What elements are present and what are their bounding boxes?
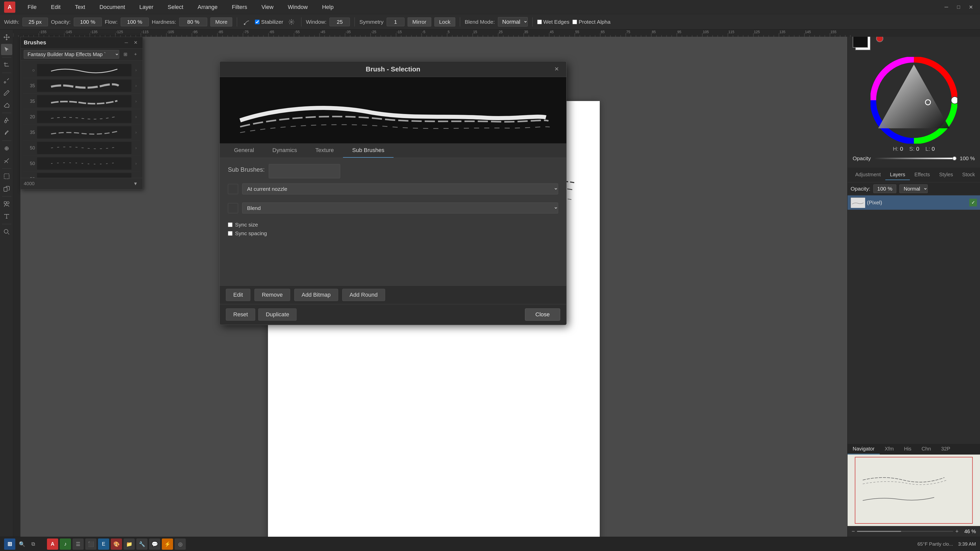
menu-document[interactable]: Document (92, 2, 132, 13)
list-item[interactable]: ○ › (23, 62, 141, 78)
edit-button[interactable]: Edit (226, 289, 250, 301)
tab-stock[interactable]: Stock (958, 170, 980, 180)
opacity-input[interactable] (74, 17, 102, 26)
eraser-tool[interactable] (1, 100, 12, 111)
color-wheel[interactable] (870, 57, 957, 144)
fill-tool[interactable] (1, 115, 12, 126)
list-item[interactable]: 20 › (23, 109, 141, 125)
symmetry-input[interactable] (387, 17, 404, 26)
menu-file[interactable]: File (21, 2, 44, 13)
layer-check-icon[interactable]: ✓ (969, 199, 977, 206)
layer-blend-select[interactable]: Normal (899, 184, 928, 193)
zoom-minus-icon[interactable]: − (852, 528, 855, 535)
blend-select[interactable]: Blend (242, 203, 558, 213)
list-item[interactable]: 50 › (23, 140, 141, 156)
mirror-button[interactable]: Mirror (407, 17, 431, 27)
tab-adjustment[interactable]: Adjustment (851, 170, 885, 180)
app-taskbar-5[interactable]: E (98, 538, 109, 550)
tab-styles[interactable]: Styles (935, 170, 958, 180)
zoom-slider[interactable] (857, 531, 953, 532)
text-tool[interactable] (1, 211, 12, 222)
nozzle-select[interactable]: At current nozzle (242, 183, 558, 194)
reset-button[interactable]: Reset (226, 308, 255, 321)
app-taskbar-9[interactable]: 💬 (149, 538, 160, 550)
tab-32p[interactable]: 32P (936, 444, 956, 454)
affinity-taskbar-icon[interactable]: A (47, 538, 58, 550)
duplicate-button[interactable]: Duplicate (258, 308, 297, 321)
brush-tool[interactable] (1, 75, 12, 86)
app-taskbar-3[interactable]: ☰ (73, 538, 84, 550)
brushes-close-button[interactable]: ✕ (131, 39, 140, 46)
hardness-input[interactable] (179, 17, 207, 26)
layer-opacity-input[interactable] (873, 184, 896, 193)
start-button[interactable]: ⊞ (4, 538, 15, 550)
tab-chn[interactable]: Chn (916, 444, 936, 454)
zoom-plus-icon[interactable]: + (955, 528, 959, 535)
list-item[interactable]: 50 › (23, 171, 141, 178)
opacity-slider[interactable] (874, 158, 956, 159)
lock-button[interactable]: Lock (434, 17, 455, 27)
smudge-tool[interactable] (1, 155, 12, 166)
search-taskbar-icon[interactable]: 🔍 (18, 540, 27, 549)
sync-spacing-checkbox[interactable] (228, 231, 232, 236)
width-input[interactable] (22, 17, 48, 26)
app-taskbar-2[interactable]: ♪ (60, 538, 71, 550)
brush-type-icon[interactable] (242, 17, 252, 27)
blend-mode-select[interactable]: Normal (498, 17, 528, 27)
menu-help[interactable]: Help (315, 2, 341, 13)
brush-dialog-close-button[interactable]: ✕ (552, 65, 561, 74)
tab-texture[interactable]: Texture (306, 143, 343, 158)
app-taskbar-6[interactable]: 🎨 (111, 538, 122, 550)
protect-alpha-checkbox[interactable]: Protect Alpha (573, 19, 611, 25)
app-taskbar-10[interactable]: ⚡ (162, 538, 173, 550)
close-dialog-button[interactable]: Close (525, 308, 560, 321)
brushes-add-icon[interactable]: + (131, 51, 140, 58)
wet-edges-checkbox[interactable]: Wet Edges (537, 19, 570, 25)
app-taskbar-8[interactable]: 🔧 (136, 538, 148, 550)
close-button[interactable]: ✕ (966, 3, 976, 11)
selection-brush-tool[interactable] (1, 171, 12, 182)
menu-text[interactable]: Text (68, 2, 92, 13)
pointer-tool[interactable] (1, 44, 12, 55)
sync-size-checkbox[interactable] (228, 222, 232, 227)
menu-view[interactable]: View (254, 2, 280, 13)
task-view-icon[interactable]: ⧉ (29, 540, 38, 549)
brushes-category-select[interactable]: Fantasy Builder Map Effects Map ` (24, 50, 119, 59)
dodge-tool[interactable] (1, 143, 12, 154)
move-tool[interactable] (1, 32, 12, 43)
tab-layers[interactable]: Layers (885, 170, 910, 180)
menu-filters[interactable]: Filters (225, 2, 255, 13)
tab-sub-brushes[interactable]: Sub Brushes (343, 143, 393, 158)
zoom-tool[interactable] (1, 226, 12, 238)
list-item[interactable]: 35 › (23, 94, 141, 109)
crop-tool[interactable] (1, 59, 12, 71)
app-taskbar-7[interactable]: 📁 (124, 538, 135, 550)
minimize-button[interactable]: ─ (941, 3, 951, 11)
brushes-grid-view-icon[interactable]: ⊞ (121, 51, 129, 58)
more-button[interactable]: More (210, 17, 232, 27)
add-bitmap-button[interactable]: Add Bitmap (294, 289, 338, 301)
tab-dynamics[interactable]: Dynamics (263, 143, 306, 158)
list-item[interactable]: 35 › (23, 78, 141, 94)
list-item[interactable]: 35 › (23, 125, 141, 140)
tab-xfm[interactable]: Xfm (880, 444, 899, 454)
tab-navigator[interactable]: Navigator (848, 444, 880, 454)
maximize-button[interactable]: □ (953, 3, 964, 11)
stabilizer-checkbox[interactable]: Stabilizer (255, 19, 283, 25)
app-taskbar-4[interactable]: ⬛ (85, 538, 97, 550)
clone-tool[interactable] (1, 183, 12, 194)
tab-his[interactable]: His (899, 444, 916, 454)
remove-button[interactable]: Remove (255, 289, 290, 301)
menu-arrange[interactable]: Arrange (190, 2, 224, 13)
eyedropper-tool[interactable] (1, 127, 12, 138)
list-item[interactable]: 50 › (23, 156, 141, 171)
layer-row[interactable]: (Pixel) ✓ (848, 195, 980, 210)
menu-select[interactable]: Select (161, 2, 190, 13)
menu-layer[interactable]: Layer (132, 2, 161, 13)
tab-effects[interactable]: Effects (910, 170, 935, 180)
flow-input[interactable] (121, 17, 149, 26)
stabilizer-settings-icon[interactable] (286, 17, 297, 27)
shapes-tool[interactable] (1, 198, 12, 210)
pencil-tool[interactable] (1, 87, 12, 98)
tab-general[interactable]: General (225, 143, 263, 158)
